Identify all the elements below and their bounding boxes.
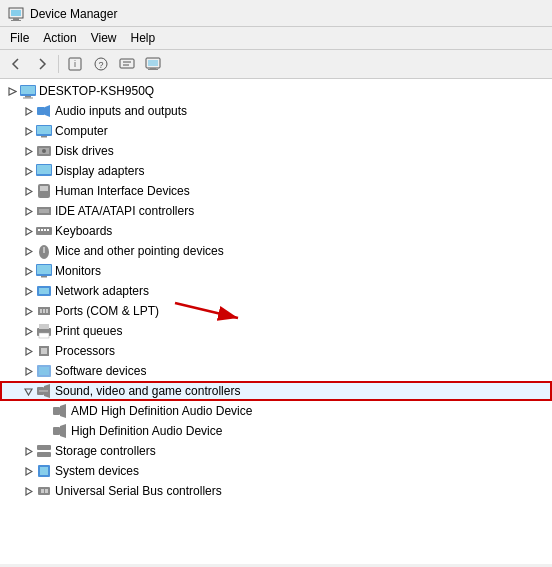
tree-item-label: Disk drives xyxy=(55,144,114,158)
tree-item[interactable]: IDE ATA/ATAPI controllers xyxy=(0,201,552,221)
tree-item-label: Human Interface Devices xyxy=(55,184,190,198)
tree-item[interactable]: Mice and other pointing devices xyxy=(0,241,552,261)
svg-rect-68 xyxy=(41,489,44,493)
disk-icon xyxy=(36,143,52,159)
svg-rect-18 xyxy=(23,98,33,99)
tree-item[interactable]: High Definition Audio Device xyxy=(0,421,552,441)
tree-item[interactable]: Print queues xyxy=(0,321,552,341)
menu-action[interactable]: Action xyxy=(37,29,82,47)
svg-rect-19 xyxy=(37,107,45,115)
usb-icon xyxy=(36,483,52,499)
svg-rect-3 xyxy=(11,20,21,21)
software-icon xyxy=(36,363,52,379)
svg-rect-36 xyxy=(44,229,46,231)
tree-item-label: Storage controllers xyxy=(55,444,156,458)
expand-icon[interactable] xyxy=(20,163,36,179)
tree-item[interactable]: Universal Serial Bus controllers xyxy=(0,481,552,501)
tree-item[interactable]: Audio inputs and outputs xyxy=(0,101,552,121)
tree-item[interactable]: Monitors xyxy=(0,261,552,281)
svg-rect-48 xyxy=(46,309,48,313)
expand-icon[interactable] xyxy=(20,143,36,159)
sound-icon xyxy=(36,383,52,399)
properties-button[interactable]: i xyxy=(63,53,87,75)
svg-text:i: i xyxy=(74,59,76,69)
tree-item-label: Audio inputs and outputs xyxy=(55,104,187,118)
expand-icon[interactable] xyxy=(20,383,36,399)
tree-item[interactable]: Software devices xyxy=(0,361,552,381)
tree-item-label: Mice and other pointing devices xyxy=(55,244,224,258)
audio-device-icon xyxy=(52,403,68,419)
expand-icon[interactable] xyxy=(20,483,36,499)
forward-button[interactable] xyxy=(30,53,54,75)
back-button[interactable] xyxy=(4,53,28,75)
help-button[interactable]: ? xyxy=(89,53,113,75)
svg-marker-20 xyxy=(45,105,50,117)
tree-item-label: Monitors xyxy=(55,264,101,278)
expand-icon[interactable] xyxy=(20,183,36,199)
tree-item[interactable]: Sound, video and game controllers xyxy=(0,381,552,401)
network-icon xyxy=(36,283,52,299)
audio-icon xyxy=(36,103,52,119)
tree-item[interactable]: Ports (COM & LPT) xyxy=(0,301,552,321)
menu-view[interactable]: View xyxy=(85,29,123,47)
svg-rect-47 xyxy=(43,309,45,313)
scan-button[interactable] xyxy=(115,53,139,75)
tree-item[interactable]: System devices xyxy=(0,461,552,481)
tree-root[interactable]: DESKTOP-KSH950Q xyxy=(0,81,552,101)
expand-icon[interactable] xyxy=(20,343,36,359)
tree-item[interactable]: Display adapters xyxy=(0,161,552,181)
tree-item-label: Display adapters xyxy=(55,164,144,178)
title-bar: Device Manager xyxy=(0,0,552,27)
svg-rect-12 xyxy=(148,60,158,66)
monitor-button[interactable] xyxy=(141,53,165,75)
tree-item[interactable]: Storage controllers xyxy=(0,441,552,461)
expand-icon[interactable] xyxy=(20,223,36,239)
expand-icon[interactable] xyxy=(20,303,36,319)
expand-icon[interactable] xyxy=(20,103,36,119)
tree-item[interactable]: AMD High Definition Audio Device xyxy=(0,401,552,421)
root-expand-icon[interactable] xyxy=(4,83,20,99)
expand-icon[interactable] xyxy=(20,243,36,259)
tree-item[interactable]: Disk drives xyxy=(0,141,552,161)
expand-icon[interactable] xyxy=(20,363,36,379)
svg-rect-34 xyxy=(38,229,40,231)
svg-rect-17 xyxy=(25,96,31,98)
system-icon xyxy=(36,463,52,479)
tree-item[interactable]: Processors xyxy=(0,341,552,361)
expand-icon[interactable] xyxy=(20,323,36,339)
tree-item[interactable]: Keyboards xyxy=(0,221,552,241)
expand-icon[interactable] xyxy=(20,463,36,479)
ide-icon xyxy=(36,203,52,219)
svg-rect-59 xyxy=(53,407,60,415)
menu-help[interactable]: Help xyxy=(125,29,162,47)
expand-icon[interactable] xyxy=(20,263,36,279)
expand-icon[interactable] xyxy=(20,283,36,299)
svg-rect-23 xyxy=(41,136,47,138)
tree-item[interactable]: Computer xyxy=(0,121,552,141)
monitor-icon xyxy=(36,263,52,279)
tree-item[interactable]: Human Interface Devices xyxy=(0,181,552,201)
tree-item-label: System devices xyxy=(55,464,139,478)
svg-rect-2 xyxy=(13,18,19,20)
svg-rect-63 xyxy=(37,445,51,450)
computer-icon xyxy=(36,123,52,139)
menu-file[interactable]: File xyxy=(4,29,35,47)
svg-rect-50 xyxy=(39,324,49,329)
expand-icon[interactable] xyxy=(20,443,36,459)
menu-bar: File Action View Help xyxy=(0,27,552,50)
expand-icon[interactable] xyxy=(20,203,36,219)
svg-rect-8 xyxy=(120,59,134,68)
tree-item-label: Computer xyxy=(55,124,108,138)
expand-icon[interactable] xyxy=(20,123,36,139)
svg-text:?: ? xyxy=(98,60,103,70)
svg-point-26 xyxy=(42,149,46,153)
svg-rect-42 xyxy=(41,276,47,278)
tree-item[interactable]: Network adapters xyxy=(0,281,552,301)
svg-rect-46 xyxy=(40,309,42,313)
svg-rect-61 xyxy=(53,427,60,435)
svg-rect-30 xyxy=(40,186,48,191)
tree-item-label: High Definition Audio Device xyxy=(71,424,222,438)
root-label: DESKTOP-KSH950Q xyxy=(39,84,154,98)
mouse-icon xyxy=(36,243,52,259)
svg-rect-35 xyxy=(41,229,43,231)
